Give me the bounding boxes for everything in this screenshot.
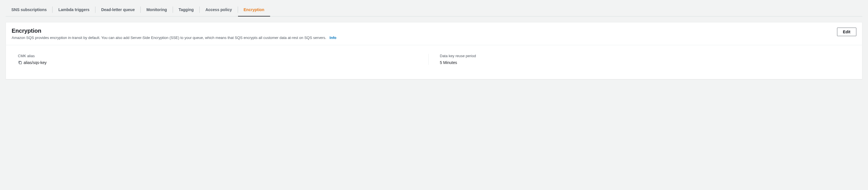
panel-header: Encryption Amazon SQS provides encryptio… bbox=[6, 23, 862, 45]
edit-button[interactable]: Edit bbox=[837, 28, 856, 36]
copy-icon[interactable] bbox=[18, 60, 23, 65]
reuse-period-value: 5 Minutes bbox=[440, 60, 850, 65]
field-cmk-alias: CMK alias alias/sqs-key bbox=[18, 54, 428, 65]
tabs-bar: SNS subscriptions Lambda triggers Dead-l… bbox=[6, 3, 862, 17]
reuse-period-label: Data key reuse period bbox=[440, 54, 850, 58]
tab-monitoring[interactable]: Monitoring bbox=[141, 3, 173, 16]
field-reuse-period: Data key reuse period 5 Minutes bbox=[428, 54, 850, 65]
panel-header-text: Encryption Amazon SQS provides encryptio… bbox=[12, 28, 833, 40]
tab-sns-subscriptions[interactable]: SNS subscriptions bbox=[6, 3, 52, 16]
tab-dead-letter-queue[interactable]: Dead-letter queue bbox=[95, 3, 140, 16]
panel-title: Encryption bbox=[12, 28, 833, 34]
panel-description: Amazon SQS provides encryption in-transi… bbox=[12, 35, 833, 40]
info-link[interactable]: Info bbox=[330, 35, 336, 40]
cmk-alias-value: alias/sqs-key bbox=[24, 60, 46, 65]
svg-rect-0 bbox=[19, 62, 22, 64]
cmk-alias-value-row: alias/sqs-key bbox=[18, 60, 428, 65]
panel-body: CMK alias alias/sqs-key Data key reuse p… bbox=[6, 45, 862, 79]
cmk-alias-label: CMK alias bbox=[18, 54, 428, 58]
tab-encryption[interactable]: Encryption bbox=[238, 3, 270, 16]
encryption-panel: Encryption Amazon SQS provides encryptio… bbox=[6, 22, 862, 79]
tab-access-policy[interactable]: Access policy bbox=[200, 3, 238, 16]
tab-lambda-triggers[interactable]: Lambda triggers bbox=[53, 3, 95, 16]
panel-description-text: Amazon SQS provides encryption in-transi… bbox=[12, 35, 327, 40]
tab-tagging[interactable]: Tagging bbox=[173, 3, 199, 16]
